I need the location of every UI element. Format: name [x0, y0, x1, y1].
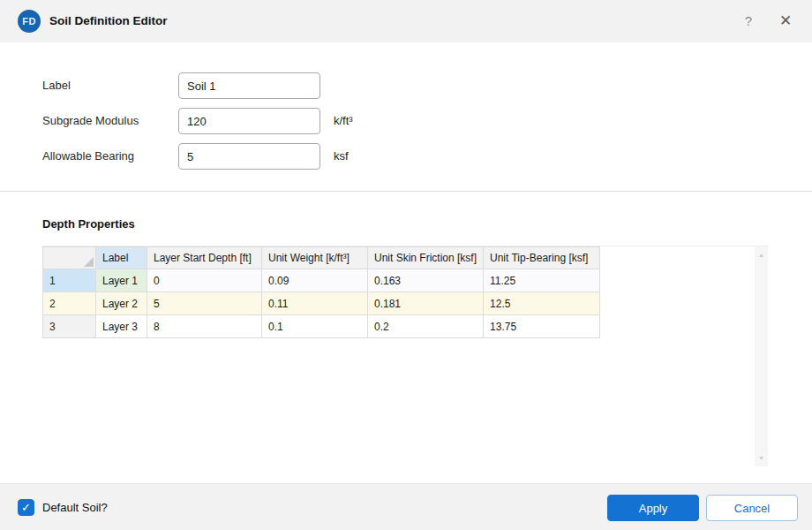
help-button[interactable]: ?: [731, 0, 766, 42]
cell-unit-skin-friction[interactable]: 0.2: [368, 315, 484, 338]
depth-properties-table: Label Layer Start Depth [ft] Unit Weight…: [42, 246, 600, 338]
subgrade-modulus-unit: k/ft³: [334, 108, 353, 134]
corner-triangle-icon: [84, 257, 94, 267]
cell-unit-skin-friction[interactable]: 0.163: [368, 269, 484, 292]
column-header-unit-skin-friction[interactable]: Unit Skin Friction [ksf]: [368, 247, 484, 269]
column-header-unit-tip-bearing[interactable]: Unit Tip-Bearing [ksf]: [484, 247, 600, 269]
form-row-subgrade-modulus: Subgrade Modulus k/ft³: [0, 108, 812, 134]
label-input[interactable]: [178, 72, 320, 99]
cell-label[interactable]: Layer 3: [96, 315, 147, 338]
form-row-label: Label: [0, 72, 812, 99]
section-divider: [0, 191, 812, 192]
window-title: Soil Definition Editor: [49, 0, 168, 42]
cell-layer-start-depth[interactable]: 8: [147, 315, 262, 338]
header-row: Label Layer Start Depth [ft] Unit Weight…: [43, 247, 600, 269]
cell-layer-start-depth[interactable]: 0: [147, 269, 262, 292]
column-header-layer-start-depth[interactable]: Layer Start Depth [ft]: [147, 247, 262, 269]
soil-definition-editor-dialog: FD Soil Definition Editor ? ✕ Label Subg…: [0, 0, 812, 530]
scroll-down-icon[interactable]: ▼: [755, 451, 768, 465]
cell-unit-weight[interactable]: 0.09: [262, 269, 368, 292]
allowable-bearing-unit: ksf: [334, 143, 349, 170]
close-icon[interactable]: ✕: [766, 0, 805, 42]
row-header[interactable]: 2: [43, 292, 96, 315]
cell-unit-tip-bearing[interactable]: 11.25: [484, 269, 600, 292]
subgrade-modulus-input[interactable]: [178, 108, 320, 134]
subgrade-modulus-label: Subgrade Modulus: [42, 108, 175, 134]
cancel-button[interactable]: Cancel: [706, 495, 798, 521]
apply-button[interactable]: Apply: [607, 495, 699, 521]
cell-unit-tip-bearing[interactable]: 12.5: [484, 292, 600, 315]
default-soil-checkbox[interactable]: ✓: [18, 499, 34, 516]
table-row: 1 Layer 1 0 0.09 0.163 11.25: [43, 269, 600, 292]
cell-unit-skin-friction[interactable]: 0.181: [368, 292, 484, 315]
table-row: 3 Layer 3 8 0.1 0.2 13.75: [43, 315, 600, 338]
column-header-unit-weight[interactable]: Unit Weight [k/ft³]: [262, 247, 368, 269]
table-row: 2 Layer 2 5 0.11 0.181 12.5: [43, 292, 600, 315]
cell-layer-start-depth[interactable]: 5: [147, 292, 262, 315]
title-bar: FD Soil Definition Editor ? ✕: [0, 0, 812, 42]
vertical-scrollbar[interactable]: ▲ ▼: [755, 246, 768, 466]
scroll-up-icon[interactable]: ▲: [755, 248, 768, 261]
label-field-label: Label: [42, 72, 175, 99]
default-soil-label: Default Soil?: [42, 484, 108, 530]
app-logo-icon: FD: [18, 10, 41, 33]
row-header[interactable]: 1: [43, 269, 96, 292]
form-row-allowable-bearing: Allowable Bearing ksf: [0, 143, 812, 170]
depth-properties-title: Depth Properties: [42, 217, 135, 231]
column-header-label[interactable]: Label: [96, 247, 147, 269]
row-header[interactable]: 3: [43, 315, 96, 338]
depth-properties-grid-area: Label Layer Start Depth [ft] Unit Weight…: [42, 246, 768, 466]
cell-label[interactable]: Layer 1: [96, 269, 147, 292]
cell-unit-weight[interactable]: 0.11: [262, 292, 368, 315]
dialog-footer: ✓ Default Soil? Apply Cancel: [0, 483, 812, 530]
allowable-bearing-input[interactable]: [178, 143, 320, 170]
allowable-bearing-label: Allowable Bearing: [42, 143, 175, 170]
grid-corner-cell[interactable]: [43, 247, 96, 269]
cell-unit-weight[interactable]: 0.1: [262, 315, 368, 338]
cell-label[interactable]: Layer 2: [96, 292, 147, 315]
cell-unit-tip-bearing[interactable]: 13.75: [484, 315, 600, 338]
